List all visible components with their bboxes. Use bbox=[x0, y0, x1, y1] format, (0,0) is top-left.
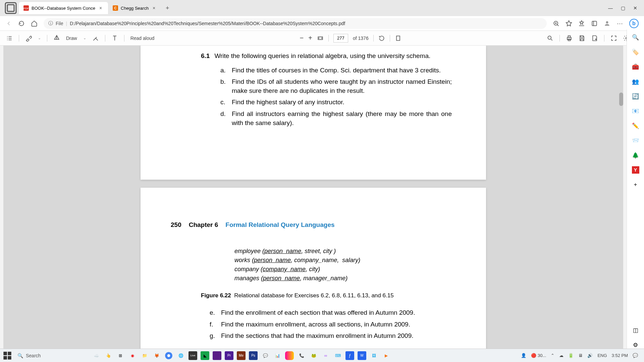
refresh-icon[interactable] bbox=[18, 20, 25, 27]
edit-icon[interactable]: ✏️ bbox=[632, 122, 639, 129]
app-icon[interactable]: 🌐 bbox=[176, 351, 185, 360]
read-aloud-label[interactable]: Read aloud bbox=[130, 36, 155, 41]
zoom-icon[interactable] bbox=[553, 20, 559, 27]
toolbox-icon[interactable]: 🧰 bbox=[632, 63, 639, 70]
app-icon[interactable]: ⊞ bbox=[116, 351, 125, 360]
close-icon[interactable]: × bbox=[98, 5, 103, 11]
favorites-bar-icon[interactable] bbox=[578, 20, 585, 27]
svg-rect-13 bbox=[568, 36, 571, 37]
highlight-icon[interactable] bbox=[25, 35, 32, 42]
figure-caption: Figure 6.22 Relational database for Exer… bbox=[201, 292, 459, 299]
lang-indicator[interactable]: ENG bbox=[597, 353, 607, 358]
search-icon[interactable]: 🔍 bbox=[632, 34, 639, 41]
gear-icon[interactable]: ⚙ bbox=[632, 341, 639, 349]
onedrive-icon[interactable]: ☁ bbox=[559, 353, 564, 358]
erase-icon[interactable] bbox=[92, 35, 99, 42]
display-icon[interactable]: 🖥 bbox=[578, 353, 583, 358]
outlook-icon[interactable]: 📧 bbox=[632, 107, 639, 115]
app-icon[interactable]: Pr bbox=[225, 351, 233, 360]
zoom-out-icon[interactable]: − bbox=[300, 34, 304, 42]
taskbar: 🔍 Search ☁️ 👆 ⊞ ◉ 📁 🦊 🌐 Live ◣ Pr Me Ps … bbox=[0, 349, 644, 362]
battery-icon[interactable]: 🔋 bbox=[568, 353, 574, 358]
app-icon[interactable]: 🐸 bbox=[309, 351, 318, 360]
app-icon[interactable]: 📁 bbox=[140, 351, 149, 360]
volume-icon[interactable]: 🔊 bbox=[587, 353, 593, 358]
app-icon[interactable]: ⌨ bbox=[333, 351, 342, 360]
app-icon[interactable]: Me bbox=[237, 351, 246, 360]
app-icon[interactable]: ▶ bbox=[382, 351, 390, 360]
tab-actions-icon[interactable] bbox=[3, 0, 19, 16]
save-icon[interactable] bbox=[579, 35, 585, 42]
page-number: 250 bbox=[171, 221, 181, 229]
svg-text:PDF: PDF bbox=[23, 7, 29, 10]
draw-icon[interactable] bbox=[53, 35, 60, 42]
scrollbar-thumb[interactable] bbox=[619, 93, 623, 106]
panel-icon[interactable]: ◫ bbox=[632, 326, 639, 334]
app-icon[interactable]: 💬 bbox=[261, 351, 270, 360]
app-icon[interactable] bbox=[164, 351, 173, 360]
maximize-icon[interactable]: ▢ bbox=[621, 5, 625, 11]
app-icon[interactable]: 📞 bbox=[297, 351, 306, 360]
more-icon[interactable]: ⋯ bbox=[616, 20, 623, 27]
tree-icon[interactable]: 🌲 bbox=[632, 152, 639, 159]
print-icon[interactable] bbox=[566, 35, 573, 42]
collections-icon[interactable] bbox=[591, 20, 598, 27]
notifications-icon[interactable]: 💬 bbox=[633, 353, 638, 358]
profile-icon[interactable] bbox=[604, 20, 610, 27]
save-as-icon[interactable] bbox=[591, 35, 598, 42]
app-icon[interactable]: ƒ bbox=[345, 351, 354, 360]
new-tab-button[interactable]: + bbox=[163, 3, 172, 13]
people-tray-icon[interactable]: 👤 bbox=[521, 353, 526, 358]
zoom-in-icon[interactable]: + bbox=[308, 34, 312, 42]
close-icon[interactable]: × bbox=[151, 5, 157, 11]
start-button[interactable] bbox=[3, 351, 12, 360]
refresh-color-icon[interactable]: 🔄 bbox=[632, 93, 639, 100]
app-icon[interactable] bbox=[285, 351, 294, 360]
app-icon[interactable]: ☁️ bbox=[92, 351, 101, 360]
app-icon[interactable]: W bbox=[358, 351, 366, 360]
app-icon[interactable]: Ps bbox=[249, 351, 258, 360]
favorite-icon[interactable] bbox=[566, 20, 572, 27]
bing-icon[interactable]: b bbox=[629, 19, 639, 28]
draw-label[interactable]: Draw bbox=[66, 36, 77, 41]
app-icon[interactable]: Live bbox=[189, 351, 197, 360]
pdf-toolbar: ⌄ Draw ⌄ Read aloud − + of 1376 ▴ bbox=[0, 31, 644, 46]
rotate-icon[interactable] bbox=[378, 35, 385, 42]
people-icon[interactable]: 👥 bbox=[632, 78, 639, 85]
fullscreen-icon[interactable] bbox=[610, 35, 617, 42]
chevron-up-icon[interactable]: ⌃ bbox=[551, 353, 554, 358]
info-icon[interactable]: ⓘ bbox=[48, 20, 53, 26]
address-bar[interactable]: ⓘ File | D:/Pelajaran/Database%20Princip… bbox=[44, 18, 547, 29]
text-icon[interactable] bbox=[111, 35, 118, 42]
app-icon[interactable]: ◣ bbox=[201, 351, 209, 360]
fit-icon[interactable] bbox=[317, 35, 324, 42]
tag-icon[interactable]: 🏷️ bbox=[632, 48, 639, 56]
app-icon[interactable]: 📊 bbox=[273, 351, 282, 360]
tab-pdf[interactable]: PDF BOOK--Database System Conce × bbox=[19, 2, 108, 14]
find-icon[interactable] bbox=[547, 35, 553, 42]
page-view-icon[interactable] bbox=[395, 35, 401, 42]
chegg-icon: C bbox=[113, 5, 118, 11]
taskbar-search[interactable]: 🔍 Search bbox=[13, 353, 91, 358]
app-icon[interactable]: ◉ bbox=[128, 351, 137, 360]
app-icon[interactable]: ∞ bbox=[321, 351, 330, 360]
page-input[interactable] bbox=[333, 34, 348, 43]
tab-chegg[interactable]: C Chegg Search × bbox=[108, 2, 161, 14]
close-window-icon[interactable]: ✕ bbox=[633, 5, 637, 11]
weather-tray[interactable]: 🔴 30... bbox=[531, 353, 546, 358]
edge-sidebar: 🔍 🏷️ 🧰 👥 🔄 📧 ✏️ 📨 🌲 Y + ◫ ⚙ bbox=[627, 29, 644, 349]
app-icon[interactable]: 🦊 bbox=[152, 351, 161, 360]
back-icon[interactable] bbox=[5, 20, 12, 27]
add-icon[interactable]: + bbox=[632, 181, 639, 188]
y-icon[interactable]: Y bbox=[632, 166, 639, 174]
send-icon[interactable]: 📨 bbox=[632, 137, 639, 144]
contents-icon[interactable] bbox=[6, 35, 13, 42]
home-icon[interactable] bbox=[31, 20, 38, 27]
clock[interactable]: 3:52 PM bbox=[612, 353, 628, 358]
minimize-icon[interactable]: — bbox=[608, 5, 613, 11]
app-icon[interactable]: 🖼 bbox=[370, 351, 378, 360]
pdf-page-1: 6.1 Write the following queries in relat… bbox=[141, 46, 486, 180]
app-icon[interactable] bbox=[213, 351, 221, 360]
schema-block: employee (person_name, street, city ) wo… bbox=[234, 247, 459, 283]
app-icon[interactable]: 👆 bbox=[104, 351, 113, 360]
